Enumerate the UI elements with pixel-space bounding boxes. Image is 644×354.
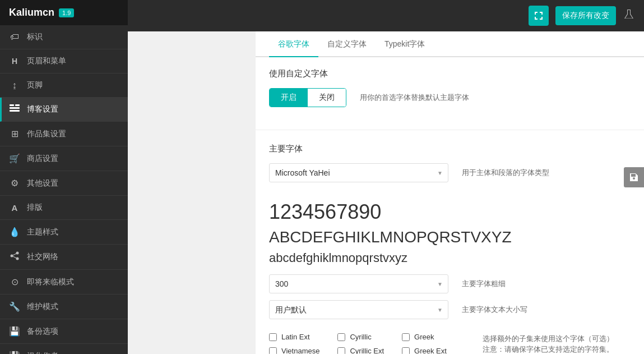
author-icon: 💾 (9, 351, 20, 354)
main-font-section: 主要字体 Microsoft YaHei Arial Helvetica Rob… (256, 132, 644, 196)
sidebar-item-header[interactable]: H 页眉和菜单 (0, 49, 128, 73)
checkbox-group-col2: Cyrillic Cyrillic Ext (337, 333, 384, 354)
sidebar-item-label: 作品集设置 (27, 129, 66, 139)
font-preview: 1234567890 ABCDEFGHIKLMNOPQRSTVXYZ abcde… (256, 196, 644, 274)
svg-rect-3 (15, 104, 20, 106)
checkbox-greek-ext[interactable]: Greek Ext (402, 347, 447, 354)
shop-icon: 🛒 (9, 153, 20, 164)
checkbox-latin-ext-label: Latin Ext (281, 333, 310, 341)
sidebar-item-label: 备份选项 (27, 327, 58, 337)
divider-1 (256, 130, 644, 130)
expand-button[interactable] (529, 6, 549, 26)
tab-google[interactable]: 谷歌字体 (269, 31, 318, 57)
app-title: Kaliumcn (9, 7, 54, 19)
floating-save-button[interactable] (624, 167, 644, 187)
sidebar-item-maintenance[interactable]: 🔧 维护模式 (0, 295, 128, 319)
sidebar-item-shop[interactable]: 🛒 商店设置 (0, 146, 128, 171)
svg-line-7 (13, 254, 16, 255)
toggle-row: 开启 关闭 用你的首选字体替换默认主题字体 (269, 88, 631, 107)
svg-line-8 (13, 256, 16, 258)
preview-uppercase: ABCDEFGHIKLMNOPQRSTVXYZ (269, 228, 631, 246)
subsets-description: 选择额外的子集来使用这个字体（可选） 注意：请确保字体已支持选定的字符集。 (483, 333, 614, 354)
checkbox-greek[interactable]: Greek (402, 333, 447, 341)
sidebar-item-other[interactable]: ⚙ 其他设置 (0, 171, 128, 196)
toggle-group: 开启 关闭 (269, 88, 346, 107)
sidebar-item-label: 页脚 (27, 80, 43, 90)
font-weight-row: 100 200 300 400 500 600 700 主要字体粗细 (256, 274, 644, 293)
checkbox-greek-input[interactable] (402, 333, 410, 341)
sidebar-item-footer[interactable]: ↨ 页脚 (0, 73, 128, 98)
sidebar-item-backup[interactable]: 💾 备份选项 (0, 319, 128, 344)
checkbox-cyrillic-label: Cyrillic (350, 333, 371, 341)
main-content: 谷歌字体 自定义字体 Typekit字体 使用自定义字体 开启 关闭 用你的首选… (256, 31, 644, 354)
footer-icon: ↨ (9, 80, 20, 90)
sidebar-item-theme-style[interactable]: 💧 主题样式 (0, 220, 128, 245)
portfolio-icon: ⊞ (9, 128, 20, 139)
sidebar-header: Kaliumcn 1.9 (0, 0, 128, 25)
font-case-label: 主要字体文本大小写 (462, 305, 527, 315)
blog-icon (9, 104, 20, 114)
tab-typekit[interactable]: Typekit字体 (376, 31, 434, 57)
sidebar-item-label: 社交网络 (27, 252, 58, 262)
font-weight-select-wrapper: 100 200 300 400 500 600 700 (269, 274, 448, 293)
sidebar-item-label: 汉化作者 (27, 351, 58, 355)
sidebar-item-author[interactable]: 💾 汉化作者 (0, 344, 128, 354)
theme-icon: 💧 (9, 227, 20, 237)
checkbox-cyrillic-ext[interactable]: Cyrillic Ext (337, 347, 384, 354)
font-weight-select[interactable]: 100 200 300 400 500 600 700 (269, 274, 448, 293)
font-case-row: 用户默认 大写 小写 首字母大写 主要字体文本大小写 (256, 300, 644, 319)
topbar: 保存所有改变 (128, 0, 644, 31)
font-select-wrapper: Microsoft YaHei Arial Helvetica Roboto (269, 163, 448, 182)
checkbox-vietnamese-input[interactable] (269, 347, 277, 355)
checkbox-latin-ext-input[interactable] (269, 333, 277, 341)
maintenance-icon: 🔧 (9, 301, 20, 312)
sidebar-item-coming-soon[interactable]: ⊙ 即将来临模式 (0, 270, 128, 295)
tab-bar: 谷歌字体 自定义字体 Typekit字体 (256, 31, 644, 57)
font-case-select[interactable]: 用户默认 大写 小写 首字母大写 (269, 300, 448, 319)
font-weight-label: 主要字体粗细 (462, 279, 506, 289)
sidebar-item-label: 商店设置 (27, 154, 58, 164)
checkbox-greek-ext-input[interactable] (402, 347, 410, 355)
checkbox-cyrillic-ext-input[interactable] (337, 347, 345, 355)
toggle-off-button[interactable]: 关闭 (308, 89, 346, 107)
sidebar-item-label: 博客设置 (27, 104, 58, 114)
save-all-button[interactable]: 保存所有改变 (555, 6, 616, 25)
use-custom-font-section: 使用自定义字体 开启 关闭 用你的首选字体替换默认主题字体 (256, 57, 644, 127)
sidebar: Kaliumcn 1.9 🏷 标识 H 页眉和菜单 ↨ 页脚 博客设置 ⊞ 作品… (0, 0, 128, 354)
header-icon: H (9, 57, 20, 66)
version-badge: 1.9 (59, 8, 74, 17)
svg-point-4 (16, 252, 19, 255)
preview-lowercase: abcdefghiklmnopqrstvxyz (269, 251, 631, 265)
checkbox-cyrillic[interactable]: Cyrillic (337, 333, 384, 341)
checkbox-cyrillic-input[interactable] (337, 333, 345, 341)
checkbox-group-col3: Greek Greek Ext (402, 333, 447, 354)
subsets-label1: 选择额外的子集来使用这个字体（可选） (483, 333, 614, 344)
sidebar-item-portfolio[interactable]: ⊞ 作品集设置 (0, 122, 128, 146)
font-select[interactable]: Microsoft YaHei Arial Helvetica Roboto (269, 163, 448, 182)
flask-icon (623, 8, 635, 24)
sidebar-item-typography[interactable]: A 排版 (0, 196, 128, 220)
content-area: 谷歌字体 自定义字体 Typekit字体 使用自定义字体 开启 关闭 用你的首选… (256, 31, 644, 354)
sidebar-item-biaozhì[interactable]: 🏷 标识 (0, 25, 128, 49)
checkbox-columns: Latin Ext Vietnamese Cyrillic Cyrillic E… (269, 333, 614, 354)
toggle-on-button[interactable]: 开启 (270, 89, 308, 107)
checkbox-cyrillic-ext-label: Cyrillic Ext (350, 347, 384, 354)
subsets-label2: 注意：请确保字体已支持选定的字符集。 (483, 344, 614, 354)
sidebar-item-label: 维护模式 (27, 302, 58, 312)
sidebar-item-social[interactable]: 社交网络 (0, 245, 128, 270)
coming-soon-icon: ⊙ (9, 277, 20, 287)
font-select-row: Microsoft YaHei Arial Helvetica Roboto 用… (269, 163, 631, 182)
tag-icon: 🏷 (9, 32, 20, 42)
main-font-title: 主要字体 (269, 144, 631, 154)
sidebar-item-blog[interactable]: 博客设置 (0, 98, 128, 122)
checkbox-latin-ext[interactable]: Latin Ext (269, 333, 319, 341)
svg-point-5 (11, 255, 13, 258)
checkbox-vietnamese[interactable]: Vietnamese (269, 347, 319, 354)
tab-custom[interactable]: 自定义字体 (318, 31, 376, 57)
checkbox-greek-ext-label: Greek Ext (414, 347, 447, 354)
gear-icon: ⚙ (9, 178, 20, 189)
svg-rect-2 (10, 110, 20, 112)
social-icon (9, 251, 20, 263)
checkbox-vietnamese-label: Vietnamese (281, 347, 319, 354)
checkbox-group-col1: Latin Ext Vietnamese (269, 333, 319, 354)
